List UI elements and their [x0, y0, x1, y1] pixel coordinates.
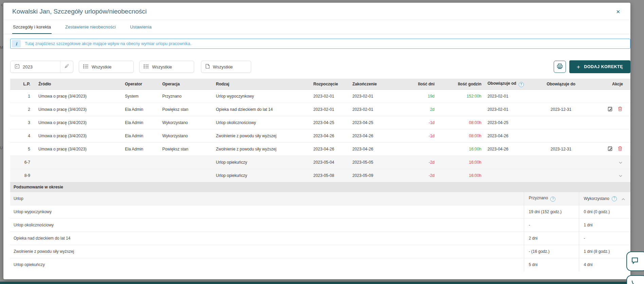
table-row: 5 Umowa o pracę (3/4/2023) Ela Admin Pow…	[10, 142, 630, 156]
summary-header-row: Urlop Przyznano? Wykorzystano?	[10, 192, 630, 205]
year-filter-value: 2023	[23, 64, 33, 69]
chevron-down-icon	[619, 160, 622, 165]
expand-row-button[interactable]	[618, 173, 623, 178]
col-zakonczenie: Zakończenie	[350, 79, 390, 89]
background-text-fragment: M	[0, 45, 3, 49]
col-obowiazuje-od: Obowiązuje od?	[485, 79, 530, 89]
col-operator: Operator	[122, 79, 160, 89]
summary-col-urlop: Urlop	[10, 192, 524, 205]
table-row-group: 8-9 Urlop opiekuńczy 2023-05-08 2023-05-…	[10, 169, 630, 182]
print-button[interactable]	[554, 61, 566, 73]
filter-select-1[interactable]: Wszystkie	[79, 61, 134, 73]
toolbar: + DODAJ KOREKTĘ	[554, 60, 630, 73]
chat-bubble-icon	[631, 257, 639, 266]
summary-col-przyznano: Przyznano?	[524, 192, 579, 205]
quill-icon	[64, 64, 69, 70]
calendar-icon	[15, 64, 20, 70]
tab-bar: Szczegóły i korekta Zestawienie nieobecn…	[3, 20, 630, 34]
table-header-row: L.P. Źródło Operator Operacja Rodzaj Roz…	[10, 79, 630, 89]
info-banner-text: Tutaj znajdziesz szczegółowe akcje mając…	[25, 41, 191, 46]
col-lp: L.P.	[10, 79, 36, 89]
col-ilosc-godzin: Ilość godzin	[438, 79, 485, 89]
col-rodzaj: Rodzaj	[213, 79, 311, 89]
list-icon	[83, 64, 89, 70]
summary-row: Urlop okolicznościowy - 1 dni	[10, 219, 630, 232]
clear-year-filter-button[interactable]	[60, 61, 73, 73]
vacation-details-modal: Kowalski Jan, Szczegóły urlopów/nieobecn…	[3, 3, 630, 279]
chat-widget-button[interactable]	[626, 251, 644, 271]
summary-col-wykorzystano: Wykorzystano?	[579, 192, 630, 205]
filter-select-2-value: Wszystkie	[152, 64, 172, 69]
printer-icon	[557, 63, 563, 70]
edit-validity-button[interactable]	[607, 146, 613, 152]
year-filter[interactable]: 2023	[10, 61, 73, 73]
secondary-widget-button[interactable]	[626, 275, 644, 284]
summary-row: Urlop opiekuńczy 5 dni 4 dni	[10, 258, 630, 271]
filter-select-3-value: Wszystkie	[213, 64, 233, 69]
background-text-fragment: c	[1, 3, 3, 7]
question-circle-icon[interactable]: ?	[550, 197, 555, 202]
tab-zestawienie-nieobecnosci[interactable]: Zestawienie nieobecności	[65, 20, 116, 34]
filter-row: 2023	[10, 60, 630, 73]
info-icon: i	[12, 40, 21, 47]
table-row: 2 Umowa o pracę (3/4/2023) Ela Admin Pow…	[10, 103, 630, 116]
page-title: Kowalski Jan, Szczegóły urlopów/nieobecn…	[12, 8, 147, 15]
year-filter-value-area[interactable]: 2023	[11, 64, 60, 70]
col-akcje: Akcje	[592, 79, 630, 89]
calendar-edit-icon	[608, 146, 613, 152]
add-correction-label: DODAJ KOREKTĘ	[584, 64, 623, 69]
phone-icon	[631, 280, 638, 284]
summary-row: Zwolnienie z powodu siły wyższej - (16 g…	[10, 245, 630, 258]
question-circle-icon[interactable]: ?	[519, 82, 524, 87]
chevron-down-icon	[619, 173, 622, 178]
summary-row: Urlop wypoczynkowy 19 dni (152 godz.) 0 …	[10, 205, 630, 219]
tab-ustawienia[interactable]: Ustawienia	[129, 20, 152, 34]
modal-header: Kowalski Jan, Szczegóły urlopów/nieobecn…	[3, 3, 630, 20]
add-correction-button[interactable]: + DODAJ KOREKTĘ	[569, 60, 630, 73]
table-row: 4 Umowa o pracę (3/4/2023) Ela Admin Wyk…	[10, 129, 630, 142]
delete-row-button[interactable]	[617, 106, 623, 113]
trash-icon	[618, 146, 622, 152]
col-ilosc-dni: Ilość dni	[390, 79, 438, 89]
filter-select-2[interactable]: Wszystkie	[139, 61, 194, 73]
info-banner: i Tutaj znajdziesz szczegółowe akcje maj…	[10, 39, 630, 49]
calendar-edit-icon	[608, 106, 613, 113]
plus-icon: +	[577, 64, 580, 70]
table-row: 1 Umowa o pracę (3/4/2023) System Przyzn…	[10, 89, 630, 103]
absence-actions-table: L.P. Źródło Operator Operacja Rodzaj Roz…	[10, 79, 630, 182]
table-row-group: 6-7 Urlop opiekuńczy 2023-05-04 2023-05-…	[10, 156, 630, 169]
summary-table: Urlop Przyznano? Wykorzystano?	[10, 192, 630, 271]
summary-section-header: Podsumowanie w okresie	[10, 182, 630, 192]
table-row: 3 Umowa o pracę (3/4/2023) Ela Admin Wyk…	[10, 116, 630, 129]
tab-szczegoly-i-korekta[interactable]: Szczegóły i korekta	[12, 20, 52, 34]
summary-row: Opieka nad dzieckiem do lat 14 2 dni -	[10, 232, 630, 245]
col-zrodlo: Źródło	[36, 79, 122, 89]
page-footer-bar	[0, 282, 644, 284]
filter-select-3[interactable]: Wszystkie	[201, 61, 251, 73]
file-icon	[205, 64, 210, 70]
col-rozpoczecie: Rozpoczęcie	[311, 79, 350, 89]
col-operacja: Operacja	[160, 79, 213, 89]
expand-row-button[interactable]	[618, 160, 623, 165]
list-icon	[144, 64, 149, 70]
filter-select-1-value: Wszystkie	[92, 64, 112, 69]
chevron-up-icon	[622, 196, 625, 201]
collapse-summary-button[interactable]	[621, 196, 626, 201]
trash-icon	[618, 106, 622, 113]
delete-row-button[interactable]	[617, 146, 623, 152]
close-icon[interactable]: ✕	[614, 8, 622, 16]
background-text-fragment: U	[0, 146, 3, 150]
col-obowiazuje-do: Obowiązuje do	[530, 79, 592, 89]
edit-validity-button[interactable]	[607, 106, 613, 113]
question-circle-icon[interactable]: ?	[612, 196, 617, 201]
